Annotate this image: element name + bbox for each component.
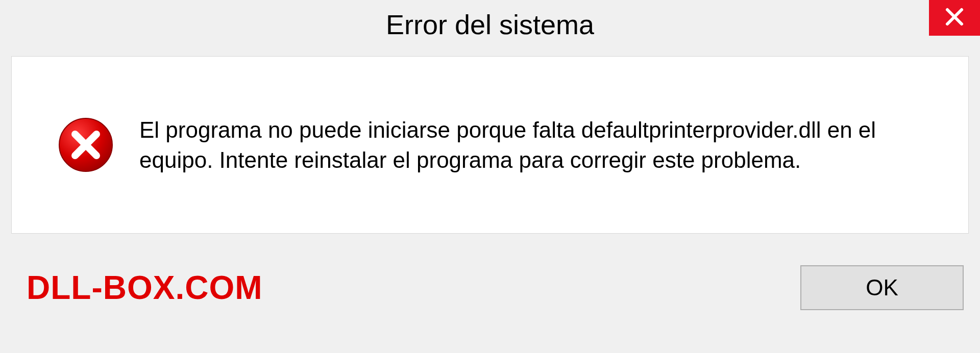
close-icon (944, 7, 965, 29)
ok-button[interactable]: OK (800, 265, 964, 310)
watermark-text: DLL-BOX.COM (27, 269, 263, 307)
footer: DLL-BOX.COM OK (11, 234, 969, 342)
titlebar: Error del sistema (0, 0, 980, 48)
content-panel: El programa no puede iniciarse porque fa… (11, 56, 969, 234)
error-icon (58, 117, 114, 173)
error-message: El programa no puede iniciarse porque fa… (139, 115, 948, 175)
dialog-title: Error del sistema (386, 9, 594, 40)
close-button[interactable] (929, 0, 980, 36)
